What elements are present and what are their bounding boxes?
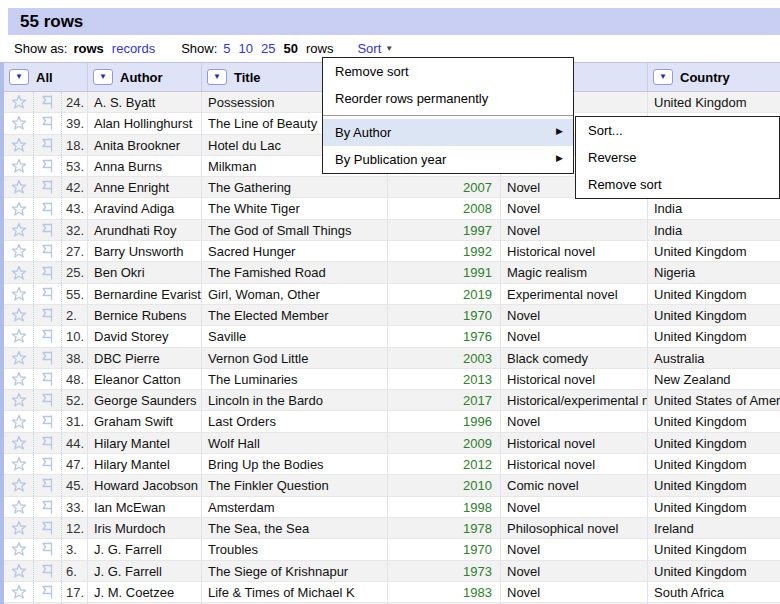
sort-submenu-item-reverse[interactable]: Reverse <box>576 144 779 171</box>
row-index: 52. <box>62 390 88 410</box>
flag-icon[interactable] <box>34 135 62 155</box>
flag-icon[interactable] <box>34 348 62 368</box>
flag-icon[interactable] <box>34 369 62 389</box>
star-icon[interactable] <box>4 156 34 176</box>
star-icon[interactable] <box>4 582 34 602</box>
sort-submenu-item-remove-sort[interactable]: Remove sort <box>576 171 779 198</box>
star-icon[interactable] <box>4 348 34 368</box>
flag-icon[interactable] <box>34 198 62 218</box>
sort-submenu: Sort...ReverseRemove sort <box>575 116 780 199</box>
flag-icon[interactable] <box>34 475 62 495</box>
cell-author: Bernice Rubens <box>88 305 202 325</box>
column-dropdown-button[interactable]: ▼ <box>207 69 227 85</box>
show-as-records-option[interactable]: records <box>112 41 155 56</box>
star-icon[interactable] <box>4 326 34 346</box>
star-icon[interactable] <box>4 411 34 431</box>
star-icon[interactable] <box>4 433 34 453</box>
star-icon[interactable] <box>4 135 34 155</box>
cell-publication-year: 1991 <box>388 262 501 282</box>
flag-icon[interactable] <box>34 411 62 431</box>
star-icon[interactable] <box>4 369 34 389</box>
star-icon[interactable] <box>4 454 34 474</box>
row-index: 33. <box>62 497 88 517</box>
flag-icon[interactable] <box>34 539 62 559</box>
cell-publication-year: 1983 <box>388 582 501 602</box>
page-size-10[interactable]: 10 <box>239 41 253 56</box>
page-size-25[interactable]: 25 <box>261 41 275 56</box>
star-icon[interactable] <box>4 497 34 517</box>
sort-menu-item-reorder-rows-permanently[interactable]: Reorder rows permanently <box>323 85 573 112</box>
cell-country: Australia <box>648 348 780 368</box>
cell-genre: Novel <box>501 411 648 431</box>
cell-country: United Kingdom <box>648 92 780 112</box>
show-as-rows-option[interactable]: rows <box>73 41 103 56</box>
sort-menu-button[interactable]: Sort▼ <box>357 41 393 56</box>
table-row: 38.DBC PierreVernon God Little2003Black … <box>4 348 780 369</box>
star-icon[interactable] <box>4 390 34 410</box>
flag-icon[interactable] <box>34 390 62 410</box>
cell-author: Bernardine Evaristo <box>88 284 202 304</box>
star-icon[interactable] <box>4 262 34 282</box>
cell-country: United Kingdom <box>648 411 780 431</box>
cell-author: J. G. Farrell <box>88 561 202 581</box>
star-icon[interactable] <box>4 241 34 261</box>
flag-icon[interactable] <box>34 518 62 538</box>
flag-icon[interactable] <box>34 92 62 112</box>
sort-submenu-item-sort[interactable]: Sort... <box>576 117 779 144</box>
row-index: 53. <box>62 156 88 176</box>
table-row: 33.Ian McEwanAmsterdam1998NovelUnited Ki… <box>4 497 780 518</box>
row-index: 44. <box>62 433 88 453</box>
flag-icon[interactable] <box>34 454 62 474</box>
cell-title: Life & Times of Michael K <box>202 582 388 602</box>
column-header-label: Country <box>680 70 730 85</box>
flag-icon[interactable] <box>34 177 62 197</box>
flag-icon[interactable] <box>34 284 62 304</box>
row-index: 25. <box>62 262 88 282</box>
star-icon[interactable] <box>4 305 34 325</box>
menu-separator <box>323 115 573 116</box>
page-size-5[interactable]: 5 <box>223 41 230 56</box>
flag-icon[interactable] <box>34 326 62 346</box>
sort-menu-item-by-author[interactable]: By Author▶ <box>323 119 573 146</box>
star-icon[interactable] <box>4 177 34 197</box>
star-icon[interactable] <box>4 198 34 218</box>
cell-country: United Kingdom <box>648 326 780 346</box>
flag-icon[interactable] <box>34 561 62 581</box>
star-icon[interactable] <box>4 539 34 559</box>
table-row: 55.Bernardine EvaristoGirl, Woman, Other… <box>4 284 780 305</box>
row-index: 55. <box>62 284 88 304</box>
chevron-down-icon: ▼ <box>99 73 107 81</box>
flag-icon[interactable] <box>34 582 62 602</box>
flag-icon[interactable] <box>34 433 62 453</box>
column-dropdown-button[interactable]: ▼ <box>93 69 113 85</box>
cell-genre: Black comedy <box>501 348 648 368</box>
cell-title: Sacred Hunger <box>202 241 388 261</box>
star-icon[interactable] <box>4 518 34 538</box>
star-icon[interactable] <box>4 475 34 495</box>
flag-icon[interactable] <box>34 262 62 282</box>
flag-icon[interactable] <box>34 305 62 325</box>
flag-icon[interactable] <box>34 241 62 261</box>
chevron-down-icon: ▼ <box>15 73 23 81</box>
column-dropdown-button[interactable]: ▼ <box>9 69 29 85</box>
star-icon[interactable] <box>4 92 34 112</box>
sort-menu-item-by-publication-year[interactable]: By Publication year▶ <box>323 146 573 173</box>
star-icon[interactable] <box>4 220 34 240</box>
flag-icon[interactable] <box>34 220 62 240</box>
arrow-right-icon: ▶ <box>556 153 563 163</box>
table-row: 3.J. G. FarrellTroubles1970NovelUnited K… <box>4 539 780 560</box>
flag-icon[interactable] <box>34 497 62 517</box>
page-size-50[interactable]: 50 <box>284 41 298 56</box>
cell-country: Nigeria <box>648 262 780 282</box>
flag-icon[interactable] <box>34 113 62 133</box>
sort-menu-item-remove-sort[interactable]: Remove sort <box>323 58 573 85</box>
cell-genre: Novel <box>501 582 648 602</box>
table-row: 32.Arundhati RoyThe God of Small Things1… <box>4 220 780 241</box>
cell-country: South Africa <box>648 582 780 602</box>
column-dropdown-button[interactable]: ▼ <box>653 69 673 85</box>
flag-icon[interactable] <box>34 156 62 176</box>
star-icon[interactable] <box>4 113 34 133</box>
star-icon[interactable] <box>4 561 34 581</box>
star-icon[interactable] <box>4 284 34 304</box>
cell-genre: Philosophical novel <box>501 518 648 538</box>
